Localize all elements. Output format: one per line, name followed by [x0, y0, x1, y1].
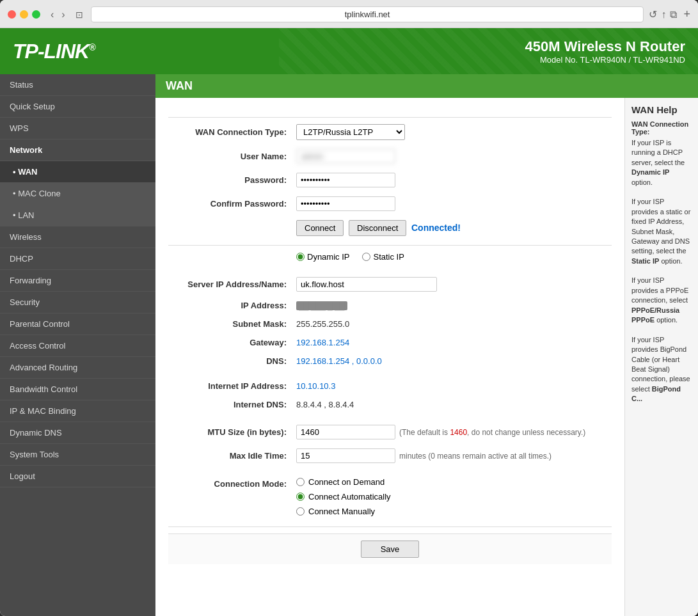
connection-mode-label: Connection Mode: [168, 477, 296, 489]
dns-label: DNS: [168, 356, 296, 366]
sidebar: Status Quick Setup WPS Network • WAN • M… [0, 74, 155, 616]
maximize-button[interactable] [32, 10, 40, 19]
sidebar-item-dhcp[interactable]: DHCP [0, 248, 155, 270]
sidebar-item-dynamic-dns[interactable]: Dynamic DNS [0, 422, 155, 444]
page-body: Status Quick Setup WPS Network • WAN • M… [0, 74, 698, 616]
tp-link-logo: TP-LINK® [13, 40, 95, 63]
gateway-row: Gateway: 192.168.1.254 [168, 338, 612, 347]
wan-type-select[interactable]: L2TP/Russia L2TP [296, 124, 405, 140]
connect-on-demand-radio[interactable] [296, 478, 305, 486]
gateway-text: 192.168.1.254 [296, 338, 349, 347]
sidebar-item-access-control[interactable]: Access Control [0, 335, 155, 357]
connect-automatically-option[interactable]: Connect Automatically [296, 492, 612, 501]
browser-chrome: ‹ › ⊡ tplinkwifi.net ↺ ↑ ⧉ + [0, 0, 698, 28]
connection-mode-row: Connection Mode: Connect on Demand [168, 477, 612, 516]
router-info: 450M Wireless N Router Model No. TL-WR94… [525, 38, 685, 65]
static-ip-label: Static IP [373, 252, 404, 262]
forward-button[interactable]: › [59, 9, 67, 20]
sidebar-item-parental-control[interactable]: Parental Control [0, 313, 155, 335]
sidebar-item-bandwidth-control[interactable]: Bandwidth Control [0, 379, 155, 400]
router-product-name: 450M Wireless N Router [525, 38, 685, 55]
username-input[interactable] [296, 149, 395, 164]
confirm-password-input[interactable] [296, 196, 395, 211]
connect-automatically-radio[interactable] [296, 493, 305, 501]
dynamic-ip-label: Dynamic IP [307, 252, 349, 262]
sidebar-item-wan[interactable]: • WAN [0, 161, 155, 183]
content-area: WAN Connection Type: L2TP/Russia L2TP Us… [155, 98, 698, 616]
sidebar-item-status[interactable]: Status [0, 74, 155, 96]
tabs-button[interactable]: ⧉ [670, 8, 677, 21]
router-model-number: Model No. TL-WR940N / TL-WR941ND [525, 55, 685, 65]
ip-address-label: IP Address: [168, 301, 296, 310]
internet-dns-label: Internet DNS: [168, 400, 296, 409]
internet-ip-label: Internet IP Address: [168, 381, 296, 391]
help-subtitle: WAN Connection Type: [631, 120, 692, 136]
dns-row: DNS: 192.168.1.254 , 0.0.0.0 [168, 356, 612, 366]
sidebar-item-advanced-routing[interactable]: Advanced Routing [0, 357, 155, 379]
connect-on-demand-option[interactable]: Connect on Demand [296, 477, 612, 487]
max-idle-row: Max Idle Time: minutes (0 means remain a… [168, 448, 612, 463]
connection-mode-group: Connect on Demand Connect Automatically … [296, 477, 612, 516]
sidebar-item-quick-setup[interactable]: Quick Setup [0, 96, 155, 118]
sidebar-item-logout[interactable]: Logout [0, 466, 155, 487]
mtu-control: (The default is 1460, do not change unle… [296, 425, 612, 439]
password-row: Password: [168, 173, 612, 187]
gateway-value: 192.168.1.254 [296, 338, 612, 347]
window-mode-button[interactable]: ⊡ [73, 10, 86, 20]
sidebar-item-forwarding[interactable]: Forwarding [0, 270, 155, 292]
new-tab-button[interactable]: + [683, 8, 690, 21]
ip-type-row: Dynamic IP Static IP [168, 252, 612, 268]
dynamic-ip-option[interactable]: Dynamic IP [296, 252, 349, 262]
dynamic-ip-radio[interactable] [296, 253, 305, 261]
mtu-row: MTU Size (in bytes): (The default is 146… [168, 425, 612, 439]
connect-row: Connect Disconnect Connected! [168, 220, 612, 236]
server-ip-row: Server IP Address/Name: [168, 277, 612, 292]
dns-text: 192.168.1.254 , 0.0.0.0 [296, 356, 382, 366]
static-ip-radio[interactable] [362, 253, 370, 261]
sidebar-item-security[interactable]: Security [0, 292, 155, 313]
main-content: WAN WAN Connection Type: L2TP/Russia L2T… [155, 74, 698, 616]
ip-address-value: ██ ███ █ ██ [296, 301, 612, 310]
connected-status: Connected! [411, 223, 461, 233]
connection-mode-control: Connect on Demand Connect Automatically … [296, 477, 612, 516]
subnet-mask-value: 255.255.255.0 [296, 319, 612, 329]
max-idle-input[interactable] [296, 448, 395, 463]
static-ip-option[interactable]: Static IP [362, 252, 404, 262]
sidebar-item-wireless[interactable]: Wireless [0, 226, 155, 248]
sidebar-item-network[interactable]: Network [0, 139, 155, 161]
sidebar-item-system-tools[interactable]: System Tools [0, 444, 155, 466]
max-idle-control: minutes (0 means remain active at all ti… [296, 448, 612, 463]
server-ip-input[interactable] [296, 277, 437, 292]
internet-ip-value: 10.10.10.3 [296, 381, 612, 391]
connect-manually-radio[interactable] [296, 507, 305, 516]
internet-dns-row: Internet DNS: 8.8.4.4 , 8.8.4.4 [168, 400, 612, 409]
subnet-mask-row: Subnet Mask: 255.255.255.0 [168, 319, 612, 329]
password-control [296, 173, 612, 187]
refresh-button[interactable]: ↺ [649, 8, 657, 21]
connect-button[interactable]: Connect [296, 220, 344, 236]
form-area: WAN Connection Type: L2TP/Russia L2TP Us… [155, 98, 624, 616]
max-idle-label: Max Idle Time: [168, 451, 296, 461]
connect-manually-option[interactable]: Connect Manually [296, 507, 612, 516]
save-button[interactable]: Save [361, 541, 420, 558]
logo-text: TP-LINK [13, 40, 89, 63]
back-button[interactable]: ‹ [48, 9, 56, 20]
password-input[interactable] [296, 173, 395, 187]
sidebar-item-wps[interactable]: WPS [0, 118, 155, 139]
sidebar-item-ip-mac-binding[interactable]: IP & MAC Binding [0, 400, 155, 422]
sidebar-item-lan[interactable]: • LAN [0, 205, 155, 226]
address-bar[interactable]: tplinkwifi.net [91, 6, 644, 22]
disconnect-button[interactable]: Disconnect [349, 220, 406, 236]
confirm-password-control [296, 196, 612, 211]
router-header: TP-LINK® 450M Wireless N Router Model No… [0, 28, 698, 74]
save-bar: Save [168, 533, 612, 564]
mtu-note: (The default is 1460, do not change unle… [399, 428, 585, 437]
sidebar-item-mac-clone[interactable]: • MAC Clone [0, 183, 155, 205]
mtu-input[interactable] [296, 425, 395, 439]
minimize-button[interactable] [20, 10, 28, 19]
close-button[interactable] [8, 10, 16, 19]
connect-on-demand-label: Connect on Demand [308, 477, 385, 487]
help-sidebar: WAN Help WAN Connection Type: If your IS… [624, 98, 698, 616]
share-button[interactable]: ↑ [661, 8, 666, 21]
mtu-label: MTU Size (in bytes): [168, 427, 296, 437]
